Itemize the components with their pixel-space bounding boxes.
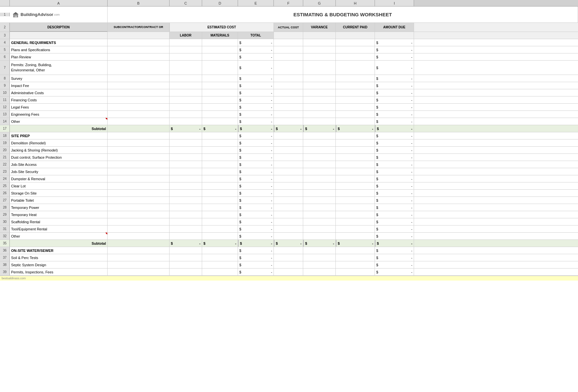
r26-h[interactable] bbox=[336, 190, 375, 196]
r32-b[interactable] bbox=[108, 233, 170, 240]
r19-i[interactable]: $- bbox=[375, 139, 414, 146]
r10-d[interactable] bbox=[202, 89, 238, 96]
r38-e[interactable]: $- bbox=[238, 261, 274, 268]
r32-d[interactable] bbox=[202, 233, 238, 240]
r24-d[interactable] bbox=[202, 175, 238, 182]
r38-h[interactable] bbox=[336, 261, 375, 268]
r35-g[interactable]: $- bbox=[303, 240, 336, 247]
r17-f[interactable]: $- bbox=[274, 125, 303, 132]
r24-b[interactable] bbox=[108, 175, 170, 182]
r35-b[interactable] bbox=[108, 240, 170, 247]
r17-i[interactable]: $- bbox=[375, 125, 414, 132]
r5-h[interactable] bbox=[336, 46, 375, 53]
r12-i[interactable]: $- bbox=[375, 104, 414, 110]
r7-e[interactable]: $- bbox=[238, 61, 274, 75]
r26-c[interactable] bbox=[170, 190, 202, 196]
r21-c[interactable] bbox=[170, 154, 202, 161]
r39-a[interactable]: Permits, Inspections, Fees bbox=[10, 269, 108, 275]
r14-g[interactable] bbox=[303, 118, 336, 125]
r10-a[interactable]: Administrative Costs bbox=[10, 89, 108, 96]
r26-a[interactable]: Storage On Site bbox=[10, 190, 108, 196]
r27-a[interactable]: Portable Toilet bbox=[10, 197, 108, 204]
r36-i[interactable]: $- bbox=[375, 247, 414, 254]
r8-i[interactable]: $- bbox=[375, 75, 414, 82]
r27-d[interactable] bbox=[202, 197, 238, 204]
r26-b[interactable] bbox=[108, 190, 170, 196]
r22-f[interactable] bbox=[274, 161, 303, 168]
r30-h[interactable] bbox=[336, 218, 375, 225]
r11-f[interactable] bbox=[274, 96, 303, 103]
r22-b[interactable] bbox=[108, 161, 170, 168]
r29-d[interactable] bbox=[202, 211, 238, 218]
r39-g[interactable] bbox=[303, 269, 336, 275]
r17-e[interactable]: $- bbox=[238, 125, 274, 132]
r6-h[interactable] bbox=[336, 53, 375, 60]
r32-c[interactable] bbox=[170, 233, 202, 240]
r11-i[interactable]: $- bbox=[375, 96, 414, 103]
r35-h[interactable]: $- bbox=[336, 240, 375, 247]
r32-i[interactable]: $- bbox=[375, 233, 414, 240]
r14-d[interactable] bbox=[202, 118, 238, 125]
r10-e[interactable]: $- bbox=[238, 89, 274, 96]
r17-d[interactable]: $- bbox=[202, 125, 238, 132]
r6-a[interactable]: Plan Review bbox=[10, 53, 108, 60]
r13-e[interactable]: $- bbox=[238, 111, 274, 118]
r8-a[interactable]: Survey bbox=[10, 75, 108, 82]
r25-a[interactable]: Clear Lot bbox=[10, 182, 108, 189]
r13-a[interactable]: Engineering Fees bbox=[10, 111, 108, 118]
r19-h[interactable] bbox=[336, 139, 375, 146]
r19-c[interactable] bbox=[170, 139, 202, 146]
r11-b[interactable] bbox=[108, 96, 170, 103]
r18-e[interactable]: $- bbox=[238, 132, 274, 139]
r27-e[interactable]: $- bbox=[238, 197, 274, 204]
r23-i[interactable]: $- bbox=[375, 168, 414, 175]
r38-f[interactable] bbox=[274, 261, 303, 268]
r31-a[interactable]: Tool/Equipment Rental bbox=[10, 225, 108, 232]
r7-g[interactable] bbox=[303, 61, 336, 75]
r26-i[interactable]: $- bbox=[375, 190, 414, 196]
r8-h[interactable] bbox=[336, 75, 375, 82]
r9-b[interactable] bbox=[108, 82, 170, 89]
r28-g[interactable] bbox=[303, 204, 336, 211]
r38-d[interactable] bbox=[202, 261, 238, 268]
r30-a[interactable]: Scaffolding Rental bbox=[10, 218, 108, 225]
r28-h[interactable] bbox=[336, 204, 375, 211]
r29-h[interactable] bbox=[336, 211, 375, 218]
r21-i[interactable]: $- bbox=[375, 154, 414, 161]
r7-a[interactable]: Permits: Zoning, Building, Environmental… bbox=[10, 61, 108, 75]
r9-h[interactable] bbox=[336, 82, 375, 89]
r24-i[interactable]: $- bbox=[375, 175, 414, 182]
r4-h[interactable] bbox=[336, 39, 375, 46]
r29-f[interactable] bbox=[274, 211, 303, 218]
r32-f[interactable] bbox=[274, 233, 303, 240]
r23-e[interactable]: $- bbox=[238, 168, 274, 175]
r39-b[interactable] bbox=[108, 269, 170, 275]
r37-g[interactable] bbox=[303, 254, 336, 261]
r10-h[interactable] bbox=[336, 89, 375, 96]
r24-e[interactable]: $- bbox=[238, 175, 274, 182]
r37-a[interactable]: Soil & Perc Tests bbox=[10, 254, 108, 261]
r28-a[interactable]: Temporary Power bbox=[10, 204, 108, 211]
r28-f[interactable] bbox=[274, 204, 303, 211]
r18-d[interactable] bbox=[202, 132, 238, 139]
r28-d[interactable] bbox=[202, 204, 238, 211]
r31-b[interactable] bbox=[108, 225, 170, 232]
r6-f[interactable] bbox=[274, 53, 303, 60]
r32-g[interactable] bbox=[303, 233, 336, 240]
r29-c[interactable] bbox=[170, 211, 202, 218]
r9-i[interactable]: $- bbox=[375, 82, 414, 89]
r26-f[interactable] bbox=[274, 190, 303, 196]
r6-c[interactable] bbox=[170, 53, 202, 60]
r5-d[interactable] bbox=[202, 46, 238, 53]
r20-g[interactable] bbox=[303, 147, 336, 153]
r5-g[interactable] bbox=[303, 46, 336, 53]
r11-d[interactable] bbox=[202, 96, 238, 103]
r17-g[interactable]: $- bbox=[303, 125, 336, 132]
r21-f[interactable] bbox=[274, 154, 303, 161]
r26-e[interactable]: $- bbox=[238, 190, 274, 196]
r28-b[interactable] bbox=[108, 204, 170, 211]
r20-f[interactable] bbox=[274, 147, 303, 153]
r7-i[interactable]: $- bbox=[375, 61, 414, 75]
r38-b[interactable] bbox=[108, 261, 170, 268]
r36-d[interactable] bbox=[202, 247, 238, 254]
